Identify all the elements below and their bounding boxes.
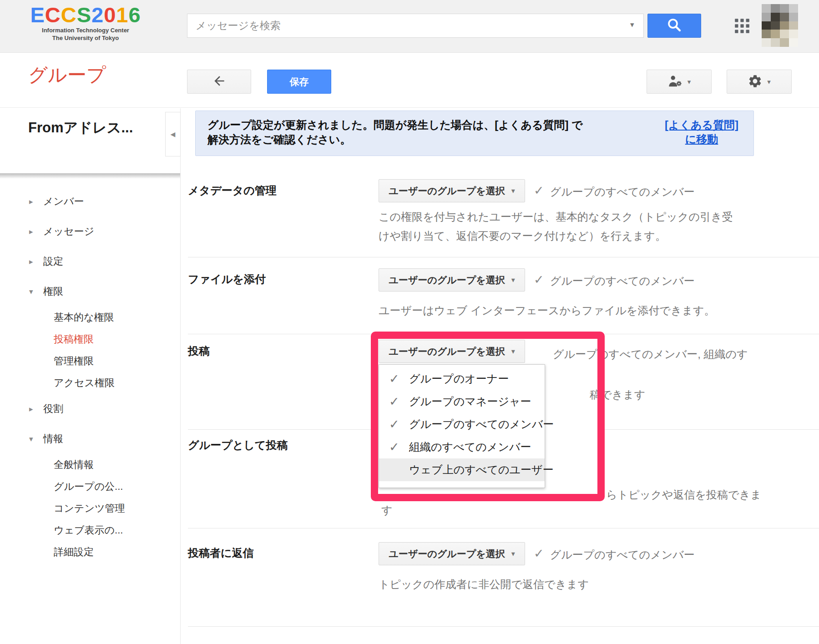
setting-description: この権限を付与されたユーザーは、基本的なタスク（トピックの引き受けや割り当て、返… bbox=[379, 207, 743, 246]
sidebar-item-posting-permissions[interactable]: 投稿権限 bbox=[0, 328, 180, 350]
manage-members-button[interactable]: ▾ bbox=[647, 70, 712, 94]
select-button-label: ユーザーのグループを選択 bbox=[389, 345, 505, 358]
save-button[interactable]: 保存 bbox=[267, 70, 331, 94]
check-icon: ✓ bbox=[389, 417, 399, 432]
search-input[interactable] bbox=[187, 14, 644, 38]
select-user-groups-button[interactable]: ユーザーのグループを選択 ▾ bbox=[379, 542, 525, 565]
setting-label-post: 投稿 bbox=[188, 344, 210, 358]
dropdown-option-label: グループのオーナー bbox=[409, 372, 509, 386]
setting-description-fragment: す bbox=[381, 503, 393, 518]
check-icon: ✓ bbox=[534, 274, 544, 286]
triangle-collapsed-icon: ▸ bbox=[29, 197, 33, 206]
sidebar-shadow bbox=[0, 173, 180, 179]
setting-value-text: グループのすべてのメンバー bbox=[550, 185, 695, 199]
back-button[interactable] bbox=[187, 70, 251, 94]
logo-text: ECCS2016 bbox=[27, 4, 144, 26]
sidebar-item-label: メンバー bbox=[43, 195, 84, 208]
sidebar-item-advanced-settings[interactable]: 詳細設定 bbox=[0, 541, 180, 563]
sidebar-item-general-information[interactable]: 全般情報 bbox=[0, 454, 180, 476]
logo-letter: 6 bbox=[128, 3, 141, 27]
logo-letter: C bbox=[45, 3, 61, 27]
setting-value-text: グループのすべてのメンバー bbox=[550, 548, 695, 562]
sidebar-item-settings[interactable]: ▸設定 bbox=[0, 247, 180, 277]
apps-grid-icon[interactable] bbox=[733, 17, 751, 35]
search-icon bbox=[666, 17, 682, 35]
dropdown-option-group-managers[interactable]: ✓ グループのマネージャー bbox=[379, 390, 545, 413]
sidebar-item-group-visibility[interactable]: グループの公... bbox=[0, 476, 180, 498]
check-icon: ✓ bbox=[389, 372, 399, 386]
select-user-groups-button[interactable]: ユーザーのグループを選択 ▾ bbox=[379, 268, 525, 292]
select-user-groups-button[interactable]: ユーザーのグループを選択 ▾ bbox=[379, 179, 525, 202]
setting-value: ✓ グループのすべてのメンバー bbox=[534, 548, 695, 562]
collapse-arrow-icon: ◀ bbox=[171, 131, 176, 138]
sidebar-item-moderation-permissions[interactable]: 管理権限 bbox=[0, 350, 180, 372]
triangle-collapsed-icon: ▸ bbox=[29, 227, 33, 236]
sidebar-item-label: 情報 bbox=[43, 432, 63, 446]
divider bbox=[188, 626, 819, 627]
dropdown-option-all-web-users[interactable]: ウェブ上のすべてのユーザー bbox=[379, 458, 545, 481]
gear-icon bbox=[748, 74, 763, 90]
dropdown-option-all-group-members[interactable]: ✓ グループのすべてのメンバー bbox=[379, 413, 545, 436]
select-user-groups-button[interactable]: ユーザーのグループを選択 ▾ bbox=[379, 340, 525, 363]
sidebar-item-label: 全般情報 bbox=[54, 458, 94, 472]
user-groups-dropdown: ✓ グループのオーナー ✓ グループのマネージャー ✓ グループのすべてのメンバ… bbox=[379, 364, 545, 488]
triangle-collapsed-icon: ▸ bbox=[29, 257, 33, 267]
select-button-label: ユーザーのグループを選択 bbox=[389, 185, 505, 197]
chevron-down-icon: ▾ bbox=[511, 186, 515, 195]
divider bbox=[188, 528, 819, 528]
chevron-down-icon: ▾ bbox=[511, 549, 515, 558]
sidebar-item-label: 役割 bbox=[43, 402, 63, 416]
chevron-down-icon: ▾ bbox=[767, 78, 771, 86]
sidebar-item-label: アクセス権限 bbox=[54, 376, 115, 390]
settings-button[interactable]: ▾ bbox=[727, 70, 792, 94]
sidebar-item-label: 基本的な権限 bbox=[54, 311, 114, 324]
sidebar-item-label: 詳細設定 bbox=[54, 545, 94, 559]
dropdown-option-label: グループのマネージャー bbox=[409, 394, 531, 409]
sidebar-item-roles[interactable]: ▸役割 bbox=[0, 394, 180, 424]
sidebar-item-label: 投稿権限 bbox=[54, 332, 94, 346]
sidebar-item-information[interactable]: ▾情報 bbox=[0, 424, 180, 454]
check-icon: ✓ bbox=[389, 394, 399, 409]
banner-message: グループ設定が更新されました。問題が発生した場合は、[よくある質問] で解決方法… bbox=[207, 118, 585, 156]
setting-label-post-as-group: グループとして投稿 bbox=[188, 438, 288, 453]
app-title: グループ bbox=[28, 62, 106, 88]
chevron-down-icon: ▾ bbox=[511, 347, 515, 356]
check-icon: ✓ bbox=[534, 548, 544, 559]
sidebar-item-basic-permissions[interactable]: 基本的な権限 bbox=[0, 307, 180, 328]
dropdown-option-label: 組織のすべてのメンバー bbox=[409, 440, 531, 454]
sidebar-item-content-control[interactable]: コンテンツ管理 bbox=[0, 498, 180, 519]
sidebar-item-messages[interactable]: ▸メッセージ bbox=[0, 216, 180, 247]
setting-label-manage-metadata: メタデータの管理 bbox=[188, 183, 277, 198]
select-button-label: ユーザーのグループを選択 bbox=[389, 548, 505, 560]
chevron-down-icon: ▾ bbox=[688, 78, 691, 86]
dropdown-option-group-owners[interactable]: ✓ グループのオーナー bbox=[379, 367, 545, 390]
sidebar-collapse-button[interactable]: ◀ bbox=[165, 112, 181, 156]
setting-value: ✓ グループのすべてのメンバー bbox=[534, 185, 695, 199]
setting-value: ✓ グループのすべてのメンバー bbox=[534, 274, 695, 288]
search-button[interactable] bbox=[647, 14, 701, 38]
logo-letter: C bbox=[61, 3, 77, 27]
sidebar-item-permissions[interactable]: ▾権限 bbox=[0, 277, 180, 307]
setting-value-fragment: グループのすべてのメンバー, 組織のす bbox=[553, 347, 748, 362]
notification-banner: グループ設定が更新されました。問題が発生した場合は、[よくある質問] で解決方法… bbox=[195, 111, 754, 156]
logo-letter: 2 bbox=[91, 3, 104, 27]
sidebar-menu: ▸メンバー ▸メッセージ ▸設定 ▾権限 基本的な権限 投稿権限 管理権限 アク… bbox=[0, 186, 180, 563]
sidebar-item-members[interactable]: ▸メンバー bbox=[0, 186, 180, 216]
sidebar-item-access-permissions[interactable]: アクセス権限 bbox=[0, 372, 180, 394]
divider bbox=[188, 257, 819, 257]
dropdown-option-label: ウェブ上のすべてのユーザー bbox=[409, 463, 554, 477]
logo-subtitle-2: The University of Tokyo bbox=[27, 34, 144, 42]
setting-description: ユーザーはウェブ インターフェースからファイルを添付できます。 bbox=[379, 301, 788, 320]
sidebar-item-web-view[interactable]: ウェブ表示の... bbox=[0, 519, 180, 541]
eccs-logo[interactable]: ECCS2016 Information Technology Center T… bbox=[27, 4, 144, 42]
faq-link[interactable]: [よくある質問] に移動 bbox=[661, 118, 743, 156]
search-options-arrow-icon[interactable]: ▾ bbox=[630, 20, 634, 30]
dropdown-option-all-org-members[interactable]: ✓ 組織のすべてのメンバー bbox=[379, 436, 545, 458]
dropdown-option-label: グループのすべてのメンバー bbox=[409, 417, 554, 432]
avatar[interactable] bbox=[762, 4, 798, 47]
sidebar-item-label: 設定 bbox=[43, 255, 63, 268]
setting-label-attach-files: ファイルを添付 bbox=[188, 272, 266, 287]
main-content: グループ設定が更新されました。問題が発生した場合は、[よくある質問] で解決方法… bbox=[181, 108, 819, 644]
setting-value-text: グループのすべてのメンバー bbox=[550, 274, 695, 288]
select-button-label: ユーザーのグループを選択 bbox=[389, 274, 505, 287]
